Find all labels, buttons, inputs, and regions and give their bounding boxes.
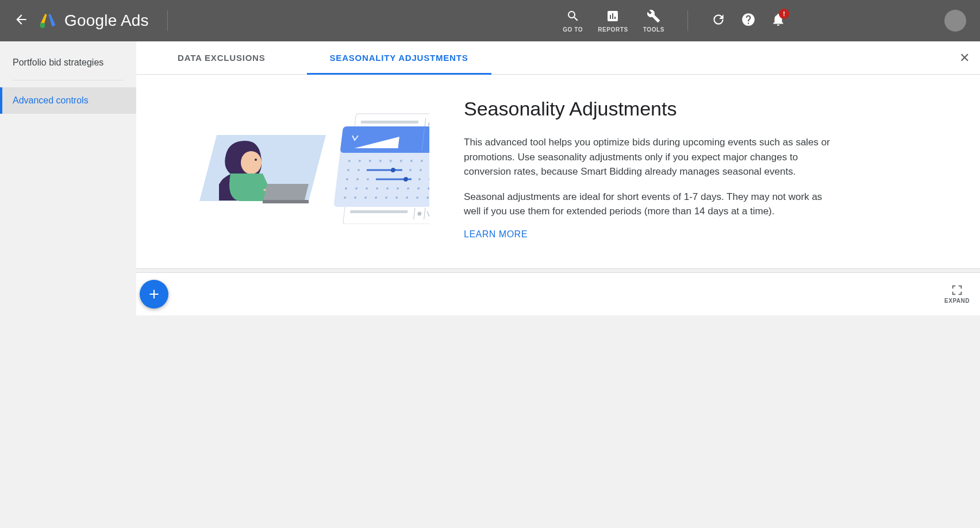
page-title: Seasonality Adjustments [464, 98, 832, 120]
svg-point-3 [255, 159, 257, 161]
svg-rect-17 [340, 126, 429, 153]
svg-rect-7 [361, 121, 419, 124]
tools-button[interactable]: TOOLS [643, 9, 664, 33]
goto-label: GO TO [563, 26, 583, 33]
expand-icon [951, 284, 963, 296]
expand-button[interactable]: EXPAND [944, 284, 970, 304]
header-left: Google Ads [14, 10, 176, 31]
close-icon: ✕ [959, 51, 970, 65]
brand-ads: Ads [117, 11, 149, 29]
header-divider-2 [687, 10, 688, 31]
expand-label: EXPAND [944, 298, 970, 304]
refresh-icon [711, 12, 726, 27]
svg-point-2 [241, 151, 262, 174]
avatar[interactable] [944, 10, 966, 32]
svg-marker-4 [263, 184, 309, 202]
intro-paragraph-1: This advanced tool helps you optimize bi… [464, 135, 832, 179]
tab-label: SEASONALITY ADJUSTMENTS [330, 53, 468, 63]
add-button[interactable] [140, 280, 168, 309]
svg-rect-12 [350, 210, 408, 213]
sidebar-item-advanced-controls[interactable]: Advanced controls [0, 87, 136, 114]
help-icon [741, 12, 756, 27]
header-divider [167, 10, 168, 31]
intro-card: Seasonality Adjustments This advanced to… [136, 75, 980, 269]
layout: Portfolio bid strategies Advanced contro… [0, 41, 980, 528]
tab-data-exclusions[interactable]: DATA EXCLUSIONS [136, 41, 307, 74]
reports-button[interactable]: REPORTS [598, 9, 628, 33]
sidebar-item-portfolio[interactable]: Portfolio bid strategies [0, 49, 136, 76]
bar-chart-icon [606, 9, 620, 25]
back-button[interactable] [14, 12, 29, 29]
intro-illustration [176, 98, 429, 224]
refresh-button[interactable] [711, 12, 726, 29]
notifications-button[interactable]: ! [771, 12, 786, 29]
tab-seasonality-adjustments[interactable]: SEASONALITY ADJUSTMENTS [307, 41, 491, 74]
action-bar: EXPAND [136, 272, 980, 315]
brand-google: Google [64, 11, 117, 29]
close-button[interactable]: ✕ [959, 51, 970, 65]
intro-paragraph-2: Seasonal adjustments are ideal for short… [464, 190, 832, 219]
help-button[interactable] [741, 12, 756, 29]
google-ads-logo-icon [39, 12, 56, 29]
sidebar-item-label: Advanced controls [13, 95, 89, 105]
sidebar-item-label: Portfolio bid strategies [13, 57, 103, 67]
illustration-icon [176, 98, 429, 224]
top-header: Google Ads GO TO REPORTS TOOLS ! [0, 0, 980, 41]
svg-point-0 [40, 23, 45, 28]
wrench-icon [647, 9, 660, 25]
tab-label: DATA EXCLUSIONS [178, 53, 266, 63]
plus-icon [147, 287, 162, 302]
goto-button[interactable]: GO TO [563, 9, 583, 33]
svg-rect-5 [263, 200, 309, 203]
notification-badge: ! [779, 9, 789, 19]
tools-label: TOOLS [643, 26, 664, 33]
main-area: DATA EXCLUSIONS SEASONALITY ADJUSTMENTS … [136, 41, 980, 528]
arrow-left-icon [14, 12, 29, 27]
brand-text: Google Ads [64, 11, 149, 30]
search-icon [566, 9, 580, 25]
sidebar: Portfolio bid strategies Advanced contro… [0, 41, 136, 528]
tab-bar: DATA EXCLUSIONS SEASONALITY ADJUSTMENTS … [136, 41, 980, 75]
intro-text: Seasonality Adjustments This advanced to… [464, 98, 832, 240]
learn-more-link[interactable]: LEARN MORE [464, 229, 528, 240]
reports-label: REPORTS [598, 26, 628, 33]
logo[interactable]: Google Ads [39, 11, 149, 30]
header-right: GO TO REPORTS TOOLS ! [563, 9, 966, 33]
